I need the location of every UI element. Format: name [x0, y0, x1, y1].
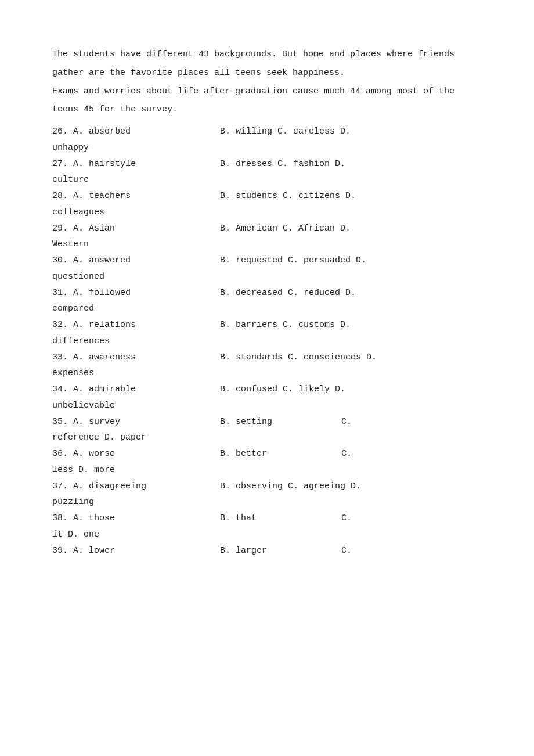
question-31-d2: compared: [52, 301, 493, 317]
question-30-b: B. requested: [220, 255, 283, 265]
question-34-c: C. likely: [283, 384, 330, 394]
question-27-d: D.: [335, 159, 345, 169]
question-38-continuation: it D. one: [52, 527, 493, 543]
question-34-d2: unbelievable: [52, 398, 493, 414]
question-36-num: 36. A. worse: [52, 446, 215, 462]
question-26-d2: unhappy: [52, 140, 493, 156]
question-36-c: C.: [341, 449, 352, 459]
question-37-c: C. agreeing: [288, 481, 345, 491]
question-28-d2: colleagues: [52, 204, 493, 221]
question-27-b: B. dresses: [220, 159, 272, 169]
question-33-num: 33. A. awareness: [52, 350, 215, 366]
question-37-b: B. observing: [220, 481, 283, 491]
question-38-b: B. that: [220, 510, 336, 527]
table-row: 36. A. worse B. better C. less D. more: [52, 446, 493, 478]
question-29-c: C. African: [283, 224, 335, 233]
question-27-d2: culture: [52, 172, 493, 188]
question-39-num: 39. A. lower: [52, 543, 215, 559]
passage-line-3: Exams and worries about life after gradu…: [52, 84, 493, 100]
question-30-d2: questioned: [52, 269, 493, 285]
question-33-d: D.: [366, 352, 377, 362]
question-32-d2: differences: [52, 333, 493, 350]
table-row: 39. A. lower B. larger C.: [52, 543, 493, 559]
question-37-num: 37. A. disagreeing: [52, 478, 215, 495]
question-26-d: D.: [340, 127, 351, 136]
question-37-d2: puzzling: [52, 494, 493, 510]
table-row: 27. A. hairstyle B. dresses C. fashion D…: [52, 156, 493, 189]
question-39-c: C.: [341, 546, 352, 556]
question-29-d: D.: [340, 224, 351, 233]
table-row: 26. A. absorbed B. willing C. careless D…: [52, 124, 493, 156]
question-36-b: B. better: [220, 446, 336, 462]
table-row: 34. A. admirable B. confused C. likely D…: [52, 381, 493, 414]
question-31-b: B. decreased: [220, 288, 283, 298]
question-27-c: C. fashion: [277, 159, 330, 169]
question-34-num: 34. A. admirable: [52, 381, 215, 398]
question-26-num: 26. A. absorbed: [52, 124, 215, 140]
passage-line-2: gather are the favorite places all teens…: [52, 65, 493, 81]
question-35-c: C.: [341, 417, 352, 427]
main-content: The students have different 43 backgroun…: [52, 46, 493, 559]
question-32-b: B. barriers: [220, 320, 277, 330]
question-31-num: 31. A. followed: [52, 285, 215, 301]
question-35-continuation: reference D. paper: [52, 430, 493, 446]
question-35-num: 35. A. survey: [52, 414, 215, 430]
question-30-d: D.: [356, 255, 366, 265]
table-row: 29. A. Asian B. American C. African D. W…: [52, 221, 493, 253]
passage-line-1: The students have different 43 backgroun…: [52, 46, 493, 63]
question-33-d2: expenses: [52, 365, 493, 381]
question-26-c: C. careless: [277, 127, 335, 136]
question-32-c: C. customs: [283, 320, 335, 330]
question-33-b: B. standards: [220, 352, 283, 362]
question-28-c: C. citizens: [283, 191, 340, 201]
question-34-d: D.: [335, 384, 345, 394]
table-row: 30. A. answered B. requested C. persuade…: [52, 253, 493, 285]
question-31-c: C. reduced: [288, 288, 340, 298]
question-27-num: 27. A. hairstyle: [52, 156, 215, 172]
passage-block: The students have different 43 backgroun…: [52, 46, 493, 118]
question-30-c: C. persuaded: [288, 255, 351, 265]
question-32-num: 32. A. relations: [52, 317, 215, 333]
question-39-b: B. larger: [220, 543, 336, 559]
question-26-b: B. willing: [220, 127, 272, 136]
table-row: 33. A. awareness B. standards C. conscie…: [52, 350, 493, 382]
question-29-b: B. American: [220, 224, 277, 233]
question-28-b: B. students: [220, 191, 277, 201]
table-row: 37. A. disagreeing B. observing C. agree…: [52, 478, 493, 511]
question-29-num: 29. A. Asian: [52, 221, 215, 237]
question-37-d: D.: [351, 481, 361, 491]
question-28-num: 28. A. teachers: [52, 188, 215, 204]
question-28-d: D.: [345, 191, 356, 201]
table-row: 28. A. teachers B. students C. citizens …: [52, 188, 493, 221]
question-38-c: C.: [341, 513, 352, 523]
question-38-num: 38. A. those: [52, 510, 215, 527]
question-30-num: 30. A. answered: [52, 253, 215, 269]
table-row: 38. A. those B. that C. it D. one: [52, 510, 493, 543]
question-34-b: B. confused: [220, 384, 277, 394]
question-31-d: D.: [345, 288, 356, 298]
questions-block: 26. A. absorbed B. willing C. careless D…: [52, 124, 493, 559]
question-29-d2: Western: [52, 236, 493, 253]
question-33-c: C. consciences: [288, 352, 361, 362]
question-36-continuation: less D. more: [52, 462, 493, 478]
question-32-d: D.: [340, 320, 351, 330]
question-35-b: B. setting: [220, 414, 336, 430]
table-row: 35. A. survey B. setting C. reference D.…: [52, 414, 493, 447]
table-row: 31. A. followed B. decreased C. reduced …: [52, 285, 493, 318]
table-row: 32. A. relations B. barriers C. customs …: [52, 317, 493, 350]
passage-line-4: teens 45 for the survey.: [52, 102, 493, 118]
